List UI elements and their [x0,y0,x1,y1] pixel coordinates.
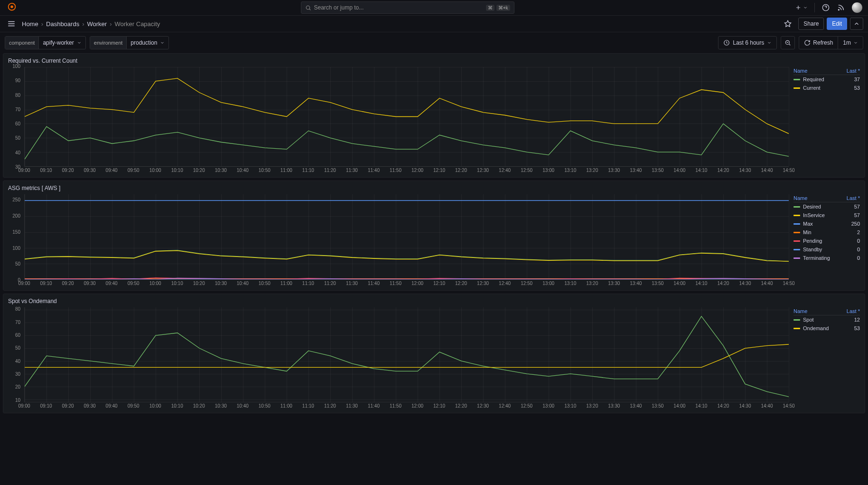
legend-swatch [793,319,800,321]
legend-name: InService [803,212,854,218]
legend-value: 250 [851,221,860,227]
grafana-logo[interactable] [7,2,17,13]
panel-title[interactable]: Spot vs Ondemand [8,298,860,304]
legend-swatch [793,87,800,89]
legend-value: 0 [857,255,860,261]
chart[interactable]: 102030405060708009:0009:1009:2009:3009:4… [8,306,789,411]
crumb-home[interactable]: Home [22,20,38,28]
legend-name: Terminating [803,255,857,261]
svg-point-0 [10,5,13,8]
legend-item[interactable]: Desired57 [793,202,860,211]
svg-point-1 [306,6,310,10]
star-icon [784,20,792,28]
x-axis: 09:0009:1009:2009:3009:4009:5010:0010:10… [24,281,789,288]
refresh-interval-picker[interactable]: 1m [838,37,863,49]
crumb-dashboards[interactable]: Dashboards [46,20,79,28]
legend-name: Standby [803,247,857,252]
legend: NameLast *Required37Current53 [793,66,860,175]
legend-item[interactable]: Current53 [793,84,860,92]
legend: NameLast *Spot12Ondemand53 [793,306,860,411]
legend-name: Required [803,76,854,82]
legend-swatch [793,257,800,259]
legend-swatch [793,328,800,329]
legend-value: 0 [857,247,860,252]
legend-value: 37 [854,76,860,82]
chevron-down-icon [803,5,808,10]
chevron-right-icon: › [41,20,43,28]
panel: Required vs. Current Count30405060708090… [3,53,865,178]
legend-value: 2 [857,229,860,235]
chart[interactable]: 3040506070809010009:0009:1009:2009:3009:… [8,66,789,175]
help-button[interactable] [821,3,830,12]
edit-button[interactable]: Edit [827,18,847,30]
legend-name: Pending [803,238,857,244]
panel: ASG metrics [ AWS ]05010015020025009:000… [3,181,865,291]
legend-swatch [793,206,800,208]
legend-item[interactable]: Ondemand53 [793,324,860,333]
legend-item[interactable]: Pending0 [793,237,860,245]
help-icon [822,4,830,11]
crumb-worker[interactable]: Worker [87,20,107,28]
y-axis: 050100150200250 [8,193,22,280]
chevron-down-icon [767,40,772,45]
menu-button[interactable] [5,17,18,30]
collapse-button[interactable] [850,18,863,30]
var-label: environment [90,37,127,49]
plot-area [24,194,789,280]
legend-value: 0 [857,238,860,244]
chevron-up-icon [853,20,860,27]
legend-name: Desired [803,204,854,209]
share-button[interactable]: Share [798,18,824,30]
legend-name: Min [803,229,857,235]
menu-icon [7,19,16,28]
legend-value: 57 [854,212,860,218]
zoom-out-button[interactable] [781,36,795,49]
legend-swatch [793,240,800,242]
legend-swatch [793,223,800,225]
y-axis: 1020304050607080 [8,306,22,402]
legend-item[interactable]: Terminating0 [793,254,860,262]
var-component-value[interactable]: apify-worker [39,37,85,49]
search-icon [305,5,311,11]
plot-area [24,67,789,167]
legend-swatch [793,215,800,216]
star-button[interactable] [782,18,793,29]
news-button[interactable] [837,3,845,12]
refresh-control: Refresh 1m [799,36,863,49]
panel: Spot vs Ondemand102030405060708009:0009:… [3,294,865,413]
chevron-right-icon: › [82,20,84,28]
chart[interactable]: 05010015020025009:0009:1009:2009:3009:40… [8,193,789,288]
var-environment-value[interactable]: production [127,37,168,49]
legend: NameLast *Desired57InService57Max250Min2… [793,193,860,288]
legend-value: 57 [854,204,860,209]
var-component: component apify-worker [5,36,86,49]
crumb-current: Worker Capacity [114,20,160,28]
add-button[interactable] [795,4,808,11]
search-input[interactable]: Search or jump to... ⌘ ⌘+k [301,1,514,14]
legend-item[interactable]: InService57 [793,211,860,219]
legend-name: Current [803,85,854,91]
panel-title[interactable]: Required vs. Current Count [8,57,860,64]
user-avatar[interactable] [852,2,862,13]
kbd-hint: ⌘ [486,5,495,11]
legend-item[interactable]: Spot12 [793,315,860,324]
time-range-picker[interactable]: Last 6 hours [718,36,777,49]
legend-item[interactable]: Required37 [793,75,860,84]
chevron-right-icon: › [110,20,112,28]
legend-value: 53 [854,325,860,331]
divider [814,3,815,12]
legend-value: 12 [854,317,860,323]
var-label: component [5,37,39,49]
kbd-hint: ⌘+k [496,5,510,11]
rss-icon [837,4,845,11]
plot-area [24,307,789,402]
legend-item[interactable]: Max250 [793,219,860,228]
legend-swatch [793,249,800,250]
legend-name: Max [803,221,851,227]
panel-title[interactable]: ASG metrics [ AWS ] [8,185,860,191]
var-environment: environment production [90,36,169,49]
legend-item[interactable]: Standby0 [793,245,860,254]
breadcrumb: Home › Dashboards › Worker › Worker Capa… [22,20,160,28]
refresh-button[interactable]: Refresh [799,37,838,49]
legend-item[interactable]: Min2 [793,228,860,237]
